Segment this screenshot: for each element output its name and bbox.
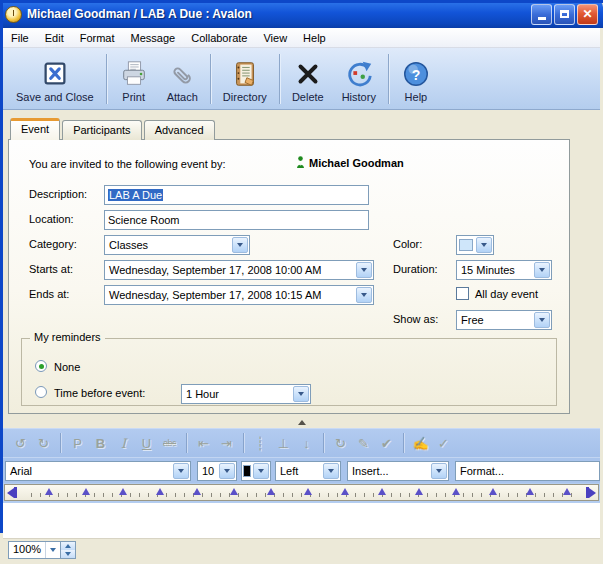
ruler: [3, 483, 600, 503]
accept-edit-icon[interactable]: ✔: [376, 433, 397, 453]
chevron-down-icon[interactable]: [253, 463, 269, 479]
bold-icon[interactable]: B: [90, 433, 111, 453]
splitter-handle[interactable]: [298, 420, 306, 425]
left-margin-marker[interactable]: [7, 487, 17, 498]
reminder-none-label: None: [54, 361, 80, 373]
menu-item-collaborate[interactable]: Collaborate: [183, 30, 255, 46]
toolbar-separator: [403, 433, 404, 453]
chevron-down-icon[interactable]: [356, 262, 372, 278]
category-dropdown[interactable]: Classes: [104, 235, 250, 255]
menu-item-help[interactable]: Help: [295, 30, 334, 46]
chevron-down-icon[interactable]: [232, 237, 248, 253]
toolbar-separator: [186, 433, 187, 453]
menu-item-file[interactable]: File: [3, 30, 37, 46]
spell-check-icon[interactable]: ✓: [433, 433, 454, 453]
chevron-down-icon[interactable]: [431, 463, 447, 479]
category-value: Classes: [105, 239, 231, 251]
tab-stop-marker[interactable]: [526, 488, 534, 495]
chevron-down-icon[interactable]: [476, 237, 492, 253]
tab-stop-marker[interactable]: [563, 488, 571, 495]
chevron-down-icon[interactable]: [356, 287, 372, 303]
location-input[interactable]: Science Room: [104, 210, 369, 230]
show-as-dropdown[interactable]: Free: [456, 310, 552, 330]
chevron-down-icon[interactable]: [534, 262, 550, 278]
message-body[interactable]: [3, 503, 600, 538]
zoom-value: 100%: [9, 542, 45, 558]
zoom-control[interactable]: 100%: [8, 541, 76, 559]
tab-stop-marker[interactable]: [304, 488, 312, 495]
revert-icon[interactable]: ↻: [330, 433, 351, 453]
tab-strip: Event Participants Advanced: [10, 118, 217, 140]
pen-icon[interactable]: ✎: [353, 433, 374, 453]
maximize-button[interactable]: [554, 4, 575, 25]
duration-dropdown[interactable]: 15 Minutes: [456, 260, 552, 280]
tab-stop-marker[interactable]: [452, 488, 460, 495]
chevron-down-icon[interactable]: [534, 312, 550, 328]
menu-item-message[interactable]: Message: [123, 30, 184, 46]
delete-button[interactable]: Delete: [283, 51, 333, 107]
chevron-down-icon[interactable]: [45, 542, 60, 558]
tab-stop-marker[interactable]: [267, 488, 275, 495]
all-day-checkbox[interactable]: [456, 287, 469, 300]
insert-tab-icon[interactable]: ┊: [250, 433, 271, 453]
outdent-icon[interactable]: ⇤: [193, 433, 214, 453]
tab-stop-marker[interactable]: [230, 488, 238, 495]
move-down-icon[interactable]: ↓: [296, 433, 317, 453]
tab-stop-icon[interactable]: ⊥: [273, 433, 294, 453]
font-size-dropdown[interactable]: 10: [197, 461, 237, 481]
tab-stop-marker[interactable]: [82, 488, 90, 495]
tab-stop-marker[interactable]: [378, 488, 386, 495]
close-button[interactable]: ✕: [577, 4, 598, 25]
alignment-dropdown[interactable]: Left: [275, 461, 341, 481]
minimize-button[interactable]: [531, 4, 552, 25]
menu-item-format[interactable]: Format: [72, 30, 123, 46]
save-and-close-button[interactable]: Save and Close: [7, 51, 103, 107]
toolbar-separator: [60, 433, 61, 453]
tab-stop-marker[interactable]: [193, 488, 201, 495]
tab-stop-marker[interactable]: [119, 488, 127, 495]
directory-button[interactable]: Directory: [214, 51, 276, 107]
zoom-spinner[interactable]: [60, 542, 75, 558]
print-button[interactable]: Print: [110, 51, 158, 107]
toolbar-separator: [210, 54, 211, 104]
right-margin-marker[interactable]: [586, 487, 596, 498]
redo-icon[interactable]: ↻: [33, 433, 54, 453]
reminder-none-radio[interactable]: [35, 360, 47, 372]
starts-at-dropdown[interactable]: Wednesday, September 17, 2008 10:00 AM: [104, 260, 374, 280]
font-family-dropdown[interactable]: Arial: [5, 461, 191, 481]
tab-stop-marker[interactable]: [415, 488, 423, 495]
tab-advanced[interactable]: Advanced: [144, 120, 215, 140]
font-color-dropdown[interactable]: [241, 461, 271, 481]
insert-dropdown[interactable]: Insert...: [347, 461, 449, 481]
strikethrough-icon[interactable]: abc: [159, 433, 180, 453]
undo-icon[interactable]: ↺: [10, 433, 31, 453]
underline-icon[interactable]: U: [136, 433, 157, 453]
menu-item-view[interactable]: View: [255, 30, 295, 46]
tab-stop-marker[interactable]: [489, 488, 497, 495]
tab-stop-marker[interactable]: [156, 488, 164, 495]
chevron-down-icon[interactable]: [219, 463, 235, 479]
chevron-down-icon[interactable]: [293, 386, 309, 402]
plain-text-icon[interactable]: P: [67, 433, 88, 453]
format-dropdown[interactable]: Format...: [455, 461, 600, 481]
show-as-value: Free: [457, 314, 533, 326]
tab-stop-marker[interactable]: [45, 488, 53, 495]
italic-icon[interactable]: I: [113, 433, 134, 453]
attach-button[interactable]: Attach: [158, 51, 207, 107]
chevron-down-icon[interactable]: [323, 463, 339, 479]
tab-participants[interactable]: Participants: [62, 120, 141, 140]
chevron-down-icon[interactable]: [173, 463, 189, 479]
help-button[interactable]: ? Help: [392, 51, 440, 107]
tab-event[interactable]: Event: [10, 118, 60, 140]
tab-stop-marker[interactable]: [341, 488, 349, 495]
reminder-time-radio[interactable]: [35, 386, 47, 398]
description-input[interactable]: LAB A Due: [104, 185, 369, 205]
save-and-close-icon: [40, 59, 70, 89]
indent-icon[interactable]: ⇥: [216, 433, 237, 453]
reminder-time-dropdown[interactable]: 1 Hour: [181, 384, 311, 404]
signature-icon[interactable]: ✍: [410, 433, 431, 453]
history-button[interactable]: History: [333, 51, 385, 107]
ends-at-dropdown[interactable]: Wednesday, September 17, 2008 10:15 AM: [104, 285, 374, 305]
menu-item-edit[interactable]: Edit: [37, 30, 72, 46]
color-dropdown[interactable]: [456, 235, 494, 255]
